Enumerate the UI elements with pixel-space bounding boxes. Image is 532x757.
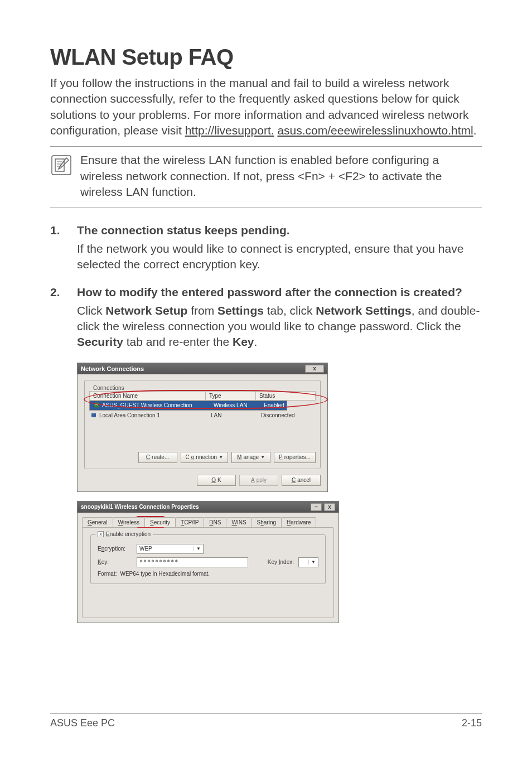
network-connections-dialog: Network Connections x Connections Connec… — [77, 363, 328, 492]
cancel-button[interactable]: Cancel — [282, 475, 321, 486]
tab-general[interactable]: General — [82, 517, 113, 527]
cell-type: Wireless LAN — [214, 402, 264, 408]
cell-name: Local Area Connection 1 — [98, 412, 211, 418]
manage-button[interactable]: Manage ▼ — [231, 452, 270, 463]
tab-wireless[interactable]: Wireless — [113, 517, 145, 527]
tab-wins[interactable]: WINS — [226, 517, 252, 527]
faq-url-line1[interactable]: http://livesupport. — [185, 124, 274, 137]
col-name[interactable]: Connection Name — [90, 392, 206, 400]
svg-rect-5 — [91, 413, 96, 417]
dialog-title-text: snoopykiki1 Wireless Connection Properti… — [81, 504, 199, 510]
enable-encryption-checkbox[interactable]: x Enable encryption — [95, 531, 153, 537]
svg-point-4 — [94, 402, 99, 408]
connections-table: Connection Name Type Status ASUS_GUEST W… — [89, 391, 316, 421]
checkbox-icon: x — [98, 531, 104, 537]
tab-tcpip[interactable]: TCP/IP — [175, 517, 204, 527]
svg-rect-6 — [93, 417, 95, 417]
apply-button[interactable]: Apply — [239, 475, 278, 486]
footer-right: 2-15 — [462, 717, 482, 729]
key-input[interactable]: ********** — [137, 557, 248, 567]
key-label: Key: — [98, 559, 132, 565]
fieldset-legend: Connections — [91, 385, 126, 391]
faq-item-1: 1. The connection status keeps pending. … — [50, 223, 482, 272]
cell-name: ASUS_GUEST Wireless Connection — [101, 402, 214, 408]
faq-number: 1. — [50, 223, 65, 272]
encryption-select[interactable]: WEP ▼ — [137, 544, 204, 554]
lan-icon — [89, 412, 98, 420]
faq-item-2: 2. How to modify the entered password af… — [50, 285, 482, 350]
keyindex-select[interactable]: ▼ — [298, 557, 318, 567]
minimize-button[interactable]: – — [311, 503, 322, 511]
chevron-down-icon: ▼ — [260, 455, 265, 460]
connection-button[interactable]: Connection ▼ — [181, 452, 229, 463]
connections-fieldset: Connections Connection Name Type Status — [84, 380, 321, 469]
faq-question: The connection status keeps pending. — [77, 223, 482, 238]
footer-left: ASUS Eee PC — [50, 717, 115, 729]
chevron-down-icon: ▼ — [194, 546, 201, 551]
close-button[interactable]: x — [324, 503, 335, 511]
properties-button[interactable]: Properties... — [274, 452, 316, 463]
faq-answer: If the network you would like to connect… — [77, 241, 482, 273]
keyindex-label: Key Index: — [268, 559, 294, 565]
dialog-titlebar: Network Connections x — [78, 363, 327, 374]
chevron-down-icon: ▼ — [219, 455, 223, 460]
faq-url-line2[interactable]: asus.com/eeewirelesslinuxhowto.html — [277, 124, 473, 137]
faq-question: How to modify the entered password after… — [77, 285, 482, 300]
notepad-icon — [50, 152, 72, 200]
tab-hardware[interactable]: Hardware — [281, 517, 316, 527]
encryption-label: Encryption: — [98, 546, 132, 552]
tab-dns[interactable]: DNS — [204, 517, 226, 527]
intro-paragraph: If you follow the instructions in the ma… — [50, 75, 482, 138]
wireless-icon — [92, 402, 101, 409]
intro-text-post: . — [473, 124, 477, 137]
security-panel: x Enable encryption Encryption: WEP ▼ Ke… — [82, 527, 334, 618]
format-value: WEP64 type in Hexadecimal format. — [120, 571, 210, 577]
faq-number: 2. — [50, 285, 65, 350]
dialog-titlebar: snoopykiki1 Wireless Connection Properti… — [78, 502, 338, 513]
tab-security[interactable]: Security — [144, 517, 176, 527]
ok-button[interactable]: OK — [197, 475, 236, 486]
encryption-fieldset: x Enable encryption Encryption: WEP ▼ Ke… — [90, 534, 326, 584]
chevron-down-icon: ▼ — [308, 560, 316, 565]
cell-status: Disconnected — [261, 412, 316, 418]
col-type[interactable]: Type — [206, 392, 256, 400]
page-footer: ASUS Eee PC 2-15 — [50, 713, 482, 729]
table-row[interactable]: ASUS_GUEST Wireless Connection Wireless … — [89, 401, 287, 411]
encryption-value: WEP — [139, 546, 152, 552]
close-button[interactable]: x — [305, 365, 324, 373]
cell-type: LAN — [211, 412, 261, 418]
format-label: Format: — [98, 571, 117, 577]
dialog-title-text: Network Connections — [81, 365, 144, 372]
create-button[interactable]: Create... — [138, 452, 177, 463]
note-box: Ensure that the wireless LAN function is… — [50, 146, 482, 208]
page-title: WLAN Setup FAQ — [50, 45, 482, 70]
table-header: Connection Name Type Status — [89, 391, 316, 401]
table-row[interactable]: Local Area Connection 1 LAN Disconnected — [89, 411, 316, 421]
tab-sharing[interactable]: Sharing — [252, 517, 282, 527]
cell-status: Enabled — [264, 402, 284, 408]
faq-answer: Click Network Setup from Settings tab, c… — [77, 303, 482, 350]
col-status[interactable]: Status — [256, 392, 315, 400]
tabs-bar: General Wireless Security TCP/IP DNS WIN… — [82, 517, 334, 527]
connection-properties-dialog: snoopykiki1 Wireless Connection Properti… — [77, 501, 339, 623]
note-text: Ensure that the wireless LAN function is… — [80, 152, 482, 200]
